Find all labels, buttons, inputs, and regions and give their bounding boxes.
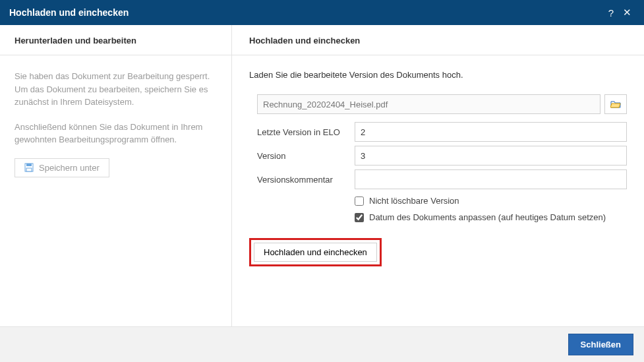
help-icon[interactable]: ? <box>603 7 619 18</box>
save-as-button[interactable]: Speichern unter <box>15 158 109 177</box>
left-paragraph-2: Anschließend können Sie das Dokument in … <box>15 121 217 146</box>
right-heading: Hochladen und einchecken <box>232 25 644 55</box>
checkbox-nondeletable[interactable] <box>355 196 364 206</box>
dialog-footer: Schließen <box>0 326 644 362</box>
label-adjust-date[interactable]: Datum des Dokuments anpassen (auf heutig… <box>369 212 606 222</box>
close-icon[interactable]: ✕ <box>619 7 635 18</box>
row-version: Version <box>249 146 627 166</box>
row-comment: Versionskommentar <box>249 169 627 189</box>
close-button[interactable]: Schließen <box>568 334 633 355</box>
subheader: Herunterladen und bearbeiten Hochladen u… <box>0 25 644 55</box>
upload-checkin-button[interactable]: Hochladen und einchecken <box>254 243 377 262</box>
close-button-label: Schließen <box>581 340 621 349</box>
folder-open-icon <box>610 100 621 109</box>
upload-checkin-label: Hochladen und einchecken <box>264 247 367 257</box>
row-nondeletable: Nicht löschbare Version <box>249 196 627 206</box>
left-heading: Herunterladen und bearbeiten <box>0 25 232 55</box>
file-row <box>249 94 627 114</box>
row-adjustdate: Datum des Dokuments anpassen (auf heutig… <box>249 212 627 222</box>
svg-rect-2 <box>26 168 32 171</box>
right-column: Laden Sie die bearbeitete Version des Do… <box>232 55 644 326</box>
input-comment[interactable] <box>355 169 627 189</box>
label-last-version: Letzte Version in ELO <box>257 123 355 141</box>
upload-button-highlight: Hochladen und einchecken <box>249 238 382 266</box>
dialog-body: Sie haben das Dokument zur Bearbeitung g… <box>0 55 644 326</box>
save-as-label: Speichern unter <box>39 163 100 173</box>
titlebar-title: Hochladen und einchecken <box>9 7 603 18</box>
save-icon <box>24 163 34 172</box>
left-paragraph-1: Sie haben das Dokument zur Bearbeitung g… <box>15 70 217 109</box>
label-comment: Versionskommentar <box>257 171 355 189</box>
checkbox-adjust-date[interactable] <box>355 213 364 222</box>
browse-button[interactable] <box>604 94 627 114</box>
left-column: Sie haben das Dokument zur Bearbeitung g… <box>0 55 232 326</box>
label-version: Version <box>257 147 355 165</box>
svg-rect-1 <box>26 164 32 166</box>
upload-instruction: Laden Sie die bearbeitete Version des Do… <box>249 70 627 80</box>
input-last-version[interactable] <box>355 122 627 142</box>
input-version[interactable] <box>355 146 627 166</box>
label-nondeletable[interactable]: Nicht löschbare Version <box>369 196 459 206</box>
row-last-version: Letzte Version in ELO <box>249 122 627 142</box>
titlebar: Hochladen und einchecken ? ✕ <box>0 0 644 25</box>
file-name-input[interactable] <box>257 94 600 114</box>
